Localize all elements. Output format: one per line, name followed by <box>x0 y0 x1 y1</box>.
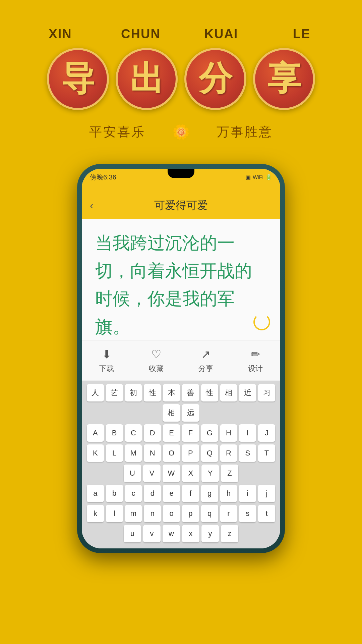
key-i[interactable]: i <box>239 485 256 502</box>
refresh-icon[interactable] <box>253 314 270 330</box>
key-T[interactable]: T <box>258 444 275 462</box>
label-chun: CHUN <box>111 27 171 41</box>
subtitle-left: 平安喜乐 <box>89 123 145 141</box>
key-C[interactable]: C <box>125 424 142 442</box>
key-E[interactable]: E <box>163 424 180 442</box>
key-L[interactable]: L <box>106 444 123 462</box>
key-d[interactable]: d <box>144 485 161 502</box>
key-G[interactable]: G <box>201 424 218 442</box>
circles-row: 导 出 分 享 <box>47 48 315 110</box>
key-g[interactable]: g <box>201 485 218 502</box>
key-H[interactable]: H <box>220 424 237 442</box>
share-label: 分享 <box>198 364 213 374</box>
lotus-icon: 🌼 <box>172 124 190 140</box>
letter-row-5: k l m n o p q r s t <box>87 505 275 522</box>
key-Q[interactable]: Q <box>201 444 218 462</box>
top-section: XIN CHUN KUAI LE 导 出 分 享 平安喜乐 🌼 万事胜意 <box>0 0 362 154</box>
back-button[interactable]: ‹ <box>90 199 94 212</box>
key-yi[interactable]: 艺 <box>106 384 123 401</box>
labels-row: XIN CHUN KUAI LE <box>30 27 332 41</box>
key-b[interactable]: b <box>106 485 123 502</box>
key-p[interactable]: p <box>182 505 199 522</box>
key-c[interactable]: c <box>125 485 142 502</box>
action-design[interactable]: ✏ 设计 <box>248 347 263 374</box>
key-D[interactable]: D <box>144 424 161 442</box>
action-download[interactable]: ⬇ 下载 <box>99 347 114 374</box>
key-chu[interactable]: 初 <box>125 384 142 401</box>
key-A[interactable]: A <box>87 424 104 442</box>
action-favorite[interactable]: ♡ 收藏 <box>149 347 164 374</box>
key-a[interactable]: a <box>87 485 104 502</box>
app-header: ‹ 可爱得可爱 <box>82 192 280 219</box>
key-I[interactable]: I <box>239 424 256 442</box>
design-label: 设计 <box>248 364 263 374</box>
key-shan[interactable]: 善 <box>182 384 199 401</box>
key-u[interactable]: u <box>124 525 141 542</box>
action-bar: ⬇ 下载 ♡ 收藏 ↗ 分享 ✏ 设计 <box>82 340 280 381</box>
key-xiang[interactable]: 相 <box>220 384 237 401</box>
char-xiang: 享 <box>267 56 301 102</box>
key-j[interactable]: j <box>258 485 275 502</box>
key-xi[interactable]: 习 <box>258 384 275 401</box>
key-Y[interactable]: Y <box>201 465 219 482</box>
key-xing2[interactable]: 性 <box>201 384 218 401</box>
key-f[interactable]: f <box>182 485 199 502</box>
key-k[interactable]: k <box>87 505 104 522</box>
key-w[interactable]: w <box>163 525 180 542</box>
key-n[interactable]: n <box>144 505 161 522</box>
action-share[interactable]: ↗ 分享 <box>198 347 213 374</box>
key-R[interactable]: R <box>220 444 237 462</box>
key-m[interactable]: m <box>125 505 142 522</box>
wifi-icon: WiFi <box>253 174 263 180</box>
key-U[interactable]: U <box>124 465 141 482</box>
key-y[interactable]: y <box>201 525 219 542</box>
key-r[interactable]: r <box>220 505 237 522</box>
key-o[interactable]: o <box>163 505 180 522</box>
letter-row-4: a b c d e f g h i j <box>87 485 275 502</box>
key-h[interactable]: h <box>220 485 237 502</box>
key-Z[interactable]: Z <box>221 465 238 482</box>
design-icon: ✏ <box>251 347 260 361</box>
key-B[interactable]: B <box>106 424 123 442</box>
status-icons: ▣ WiFi 🔋 <box>246 174 272 180</box>
key-q[interactable]: q <box>201 505 218 522</box>
key-yuan[interactable]: 远 <box>182 404 199 422</box>
key-F[interactable]: F <box>182 424 199 442</box>
key-M[interactable]: M <box>125 444 142 462</box>
key-xing1[interactable]: 性 <box>144 384 161 401</box>
key-V[interactable]: V <box>143 465 161 482</box>
key-S[interactable]: S <box>239 444 256 462</box>
key-ren[interactable]: 人 <box>87 384 104 401</box>
download-label: 下载 <box>99 364 114 374</box>
share-icon: ↗ <box>201 347 210 361</box>
keyboard-area[interactable]: 人 艺 初 性 本 善 性 相 近 习 相 远 A <box>82 381 280 548</box>
key-W[interactable]: W <box>163 465 180 482</box>
key-t[interactable]: t <box>258 505 275 522</box>
key-X[interactable]: X <box>182 465 199 482</box>
cn-row-1: 人 艺 初 性 本 善 性 相 近 习 <box>87 384 275 401</box>
key-e[interactable]: e <box>163 485 180 502</box>
key-z[interactable]: z <box>221 525 238 542</box>
key-s[interactable]: s <box>239 505 256 522</box>
key-J[interactable]: J <box>258 424 275 442</box>
key-O[interactable]: O <box>163 444 180 462</box>
main-text: 当我跨过沉沦的一切，向着永恒开战的时候，你是我的军旗。 <box>95 229 267 340</box>
heart-icon: ♡ <box>151 347 161 361</box>
key-xiang2[interactable]: 相 <box>163 404 180 422</box>
key-x[interactable]: x <box>182 525 199 542</box>
key-ben[interactable]: 本 <box>163 384 180 401</box>
circle-xiang: 享 <box>253 48 315 110</box>
battery-icon: 🔋 <box>265 174 272 180</box>
letter-row-1: A B C D E F G H I J <box>87 424 275 442</box>
char-dao: 导 <box>61 56 95 102</box>
key-K[interactable]: K <box>87 444 104 462</box>
key-l[interactable]: l <box>106 505 123 522</box>
key-P[interactable]: P <box>182 444 199 462</box>
signal-icon: ▣ <box>246 174 251 180</box>
camera-notch <box>168 169 194 178</box>
status-time: 傍晚6:36 <box>90 173 116 182</box>
subtitle-right: 万事胜意 <box>217 123 273 141</box>
key-v[interactable]: v <box>143 525 161 542</box>
key-jin[interactable]: 近 <box>239 384 256 401</box>
key-N[interactable]: N <box>144 444 161 462</box>
